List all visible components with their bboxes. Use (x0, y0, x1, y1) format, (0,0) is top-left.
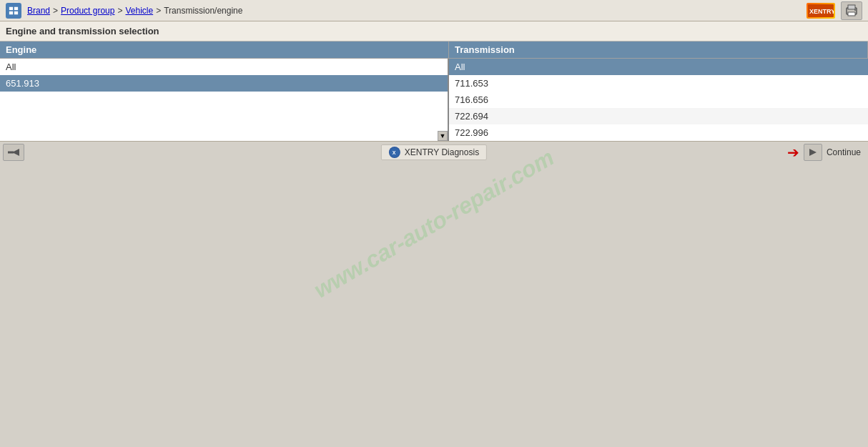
engine-column-header: Engine (0, 41, 449, 58)
xentry-label: XENTRY Diagnosis (405, 147, 479, 157)
watermark: www.car-auto-repair.com (310, 144, 559, 303)
svg-rect-8 (848, 12, 855, 16)
engine-list[interactable]: All 651.913 ▼ (0, 59, 449, 141)
transmission-item-711653[interactable]: 711.653 (449, 75, 868, 92)
engine-scroll-down[interactable]: ▼ (438, 131, 448, 141)
breadcrumb-product-group[interactable]: Product group (61, 6, 114, 16)
svg-point-9 (854, 9, 856, 11)
svg-rect-3 (14, 11, 18, 14)
transmission-item-716656[interactable]: 716.656 (449, 92, 868, 108)
back-button[interactable] (3, 144, 24, 161)
print-button[interactable] (841, 1, 862, 20)
xentry-icon: X (389, 147, 400, 158)
transmission-item-all[interactable]: All (449, 59, 868, 75)
transmission-item-722996[interactable]: 722.996 (449, 124, 868, 141)
xentry-status: X XENTRY Diagnosis (381, 144, 487, 160)
breadcrumb-sep1: > (53, 6, 58, 16)
breadcrumb: Brand > Product group > Vehicle > Transm… (27, 6, 242, 16)
engine-item-all[interactable]: All (0, 59, 448, 75)
top-right-controls: XENTRY (807, 1, 862, 20)
svg-rect-1 (14, 6, 18, 9)
top-bar: Brand > Product group > Vehicle > Transm… (0, 0, 868, 21)
svg-rect-2 (9, 11, 13, 14)
svg-rect-11 (8, 151, 14, 153)
continue-arrow-icon: ➔ (787, 145, 799, 159)
svg-rect-0 (9, 6, 13, 9)
svg-rect-7 (848, 5, 855, 9)
breadcrumb-sep3: > (156, 6, 161, 16)
breadcrumb-brand[interactable]: Brand (27, 6, 50, 16)
breadcrumb-vehicle[interactable]: Vehicle (125, 6, 153, 16)
svg-marker-14 (809, 149, 817, 156)
transmission-list[interactable]: All 711.653 716.656 722.694 722.996 (449, 59, 868, 141)
svg-text:XENTRY: XENTRY (809, 8, 834, 15)
svg-text:X: X (393, 150, 396, 155)
transmission-item-722694[interactable]: 722.694 (449, 108, 868, 124)
continue-button[interactable]: ➔ Continue (783, 142, 865, 162)
engine-item-651913[interactable]: 651.913 (0, 75, 448, 92)
breadcrumb-sep2: > (117, 6, 122, 16)
main-content: All 651.913 ▼ All 711.653 716.656 722.69… (0, 59, 868, 141)
bottom-bar: X XENTRY Diagnosis ➔ Continue (0, 141, 868, 162)
continue-label: Continue (827, 147, 861, 157)
breadcrumb-current: Transmission/engine (164, 6, 242, 16)
columns-header: Engine Transmission (0, 41, 868, 59)
transmission-column-header: Transmission (449, 41, 868, 58)
logo: XENTRY (807, 3, 835, 19)
continue-box[interactable] (804, 144, 822, 161)
section-title: Engine and transmission selection (0, 21, 868, 41)
nav-icon[interactable] (6, 3, 21, 19)
